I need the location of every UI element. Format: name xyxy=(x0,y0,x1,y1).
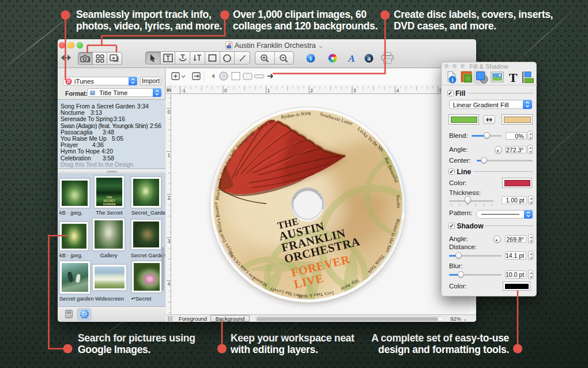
svg-text:1: 1 xyxy=(267,88,270,93)
svg-text:a: a xyxy=(367,55,371,62)
svg-text:Nardis: Nardis xyxy=(395,195,401,209)
svg-text:0: 0 xyxy=(224,88,227,93)
svg-text:A: A xyxy=(348,53,355,64)
svg-text:i: i xyxy=(452,77,454,83)
svg-text:T: T xyxy=(509,70,518,85)
svg-text:-1: -1 xyxy=(181,88,186,93)
svg-text:3: 3 xyxy=(353,88,356,93)
svg-text:2: 2 xyxy=(310,88,313,93)
svg-text:i: i xyxy=(310,55,311,62)
svg-text:in: in xyxy=(167,87,171,93)
svg-text:4: 4 xyxy=(396,88,399,93)
